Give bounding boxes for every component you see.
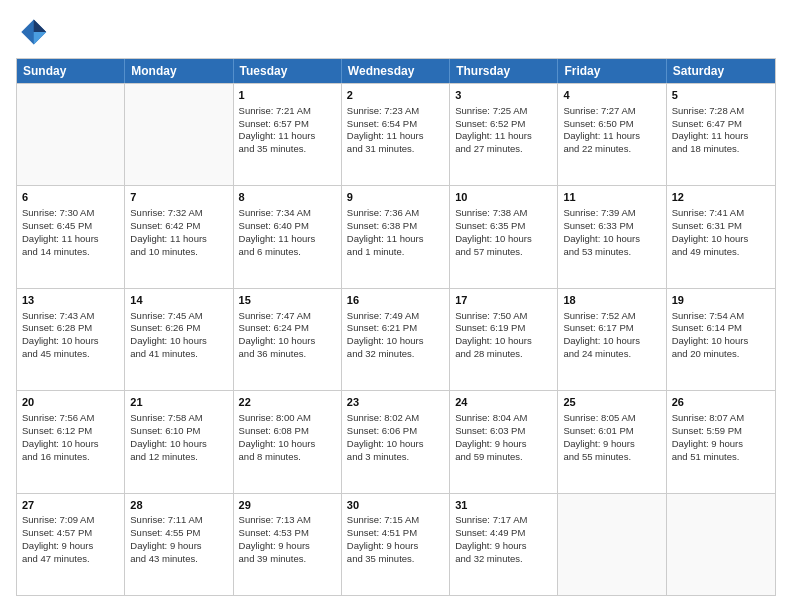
day-number: 1 [239, 88, 336, 103]
day-info-line: Daylight: 10 hours [672, 233, 770, 246]
day-info-line: Sunrise: 7:50 AM [455, 310, 552, 323]
day-number: 3 [455, 88, 552, 103]
cal-cell: 7Sunrise: 7:32 AMSunset: 6:42 PMDaylight… [125, 186, 233, 287]
cal-cell: 10Sunrise: 7:38 AMSunset: 6:35 PMDayligh… [450, 186, 558, 287]
day-info-line: Daylight: 10 hours [455, 335, 552, 348]
day-info-line: and 45 minutes. [22, 348, 119, 361]
day-info-line: Sunrise: 8:00 AM [239, 412, 336, 425]
day-info-line: and 43 minutes. [130, 553, 227, 566]
day-info-line: Sunrise: 7:56 AM [22, 412, 119, 425]
cal-cell: 8Sunrise: 7:34 AMSunset: 6:40 PMDaylight… [234, 186, 342, 287]
day-info-line: and 1 minute. [347, 246, 444, 259]
week-row-1: 1Sunrise: 7:21 AMSunset: 6:57 PMDaylight… [17, 83, 775, 185]
cal-cell [17, 84, 125, 185]
day-number: 16 [347, 293, 444, 308]
day-info-line: Daylight: 9 hours [455, 540, 552, 553]
day-number: 18 [563, 293, 660, 308]
day-info-line: Sunset: 6:21 PM [347, 322, 444, 335]
day-number: 25 [563, 395, 660, 410]
cal-cell: 18Sunrise: 7:52 AMSunset: 6:17 PMDayligh… [558, 289, 666, 390]
day-info-line: and 55 minutes. [563, 451, 660, 464]
day-info-line: Sunrise: 7:36 AM [347, 207, 444, 220]
cal-cell: 22Sunrise: 8:00 AMSunset: 6:08 PMDayligh… [234, 391, 342, 492]
day-info-line: Daylight: 11 hours [672, 130, 770, 143]
day-info-line: Sunrise: 7:45 AM [130, 310, 227, 323]
day-info-line: Sunset: 6:42 PM [130, 220, 227, 233]
day-number: 19 [672, 293, 770, 308]
day-info-line: Sunset: 6:33 PM [563, 220, 660, 233]
day-info-line: Sunset: 6:38 PM [347, 220, 444, 233]
cal-cell: 4Sunrise: 7:27 AMSunset: 6:50 PMDaylight… [558, 84, 666, 185]
day-info-line: Sunrise: 7:27 AM [563, 105, 660, 118]
day-info-line: Daylight: 11 hours [22, 233, 119, 246]
day-info-line: Sunset: 6:06 PM [347, 425, 444, 438]
day-info-line: and 16 minutes. [22, 451, 119, 464]
day-info-line: Sunrise: 7:23 AM [347, 105, 444, 118]
day-number: 23 [347, 395, 444, 410]
cal-cell [125, 84, 233, 185]
day-info-line: Sunrise: 7:54 AM [672, 310, 770, 323]
day-info-line: and 10 minutes. [130, 246, 227, 259]
cal-cell: 30Sunrise: 7:15 AMSunset: 4:51 PMDayligh… [342, 494, 450, 595]
cal-cell: 25Sunrise: 8:05 AMSunset: 6:01 PMDayligh… [558, 391, 666, 492]
day-info-line: Sunset: 6:35 PM [455, 220, 552, 233]
day-info-line: Daylight: 11 hours [239, 130, 336, 143]
day-info-line: Sunset: 6:03 PM [455, 425, 552, 438]
header [16, 16, 776, 48]
day-number: 30 [347, 498, 444, 513]
day-info-line: Sunrise: 8:05 AM [563, 412, 660, 425]
day-info-line: Sunrise: 7:15 AM [347, 514, 444, 527]
cal-cell: 2Sunrise: 7:23 AMSunset: 6:54 PMDaylight… [342, 84, 450, 185]
day-info-line: Sunrise: 7:17 AM [455, 514, 552, 527]
day-info-line: Sunset: 6:47 PM [672, 118, 770, 131]
day-info-line: and 59 minutes. [455, 451, 552, 464]
day-info-line: and 47 minutes. [22, 553, 119, 566]
cal-cell: 27Sunrise: 7:09 AMSunset: 4:57 PMDayligh… [17, 494, 125, 595]
day-info-line: Daylight: 10 hours [563, 233, 660, 246]
day-number: 26 [672, 395, 770, 410]
day-number: 7 [130, 190, 227, 205]
cal-cell: 15Sunrise: 7:47 AMSunset: 6:24 PMDayligh… [234, 289, 342, 390]
cal-cell: 26Sunrise: 8:07 AMSunset: 5:59 PMDayligh… [667, 391, 775, 492]
cal-cell: 19Sunrise: 7:54 AMSunset: 6:14 PMDayligh… [667, 289, 775, 390]
day-info-line: Sunset: 6:24 PM [239, 322, 336, 335]
day-info-line: Daylight: 9 hours [130, 540, 227, 553]
day-info-line: Daylight: 11 hours [455, 130, 552, 143]
cal-cell: 13Sunrise: 7:43 AMSunset: 6:28 PMDayligh… [17, 289, 125, 390]
day-info-line: Daylight: 11 hours [347, 130, 444, 143]
day-number: 4 [563, 88, 660, 103]
day-header-sunday: Sunday [17, 59, 125, 83]
day-info-line: and 32 minutes. [455, 553, 552, 566]
day-info-line: and 32 minutes. [347, 348, 444, 361]
day-info-line: Sunrise: 7:38 AM [455, 207, 552, 220]
day-info-line: Daylight: 10 hours [239, 438, 336, 451]
day-info-line: Daylight: 10 hours [130, 335, 227, 348]
day-info-line: Sunrise: 8:02 AM [347, 412, 444, 425]
day-info-line: and 8 minutes. [239, 451, 336, 464]
week-row-2: 6Sunrise: 7:30 AMSunset: 6:45 PMDaylight… [17, 185, 775, 287]
day-info-line: Sunrise: 7:34 AM [239, 207, 336, 220]
day-info-line: Sunrise: 7:58 AM [130, 412, 227, 425]
cal-cell: 11Sunrise: 7:39 AMSunset: 6:33 PMDayligh… [558, 186, 666, 287]
cal-cell: 6Sunrise: 7:30 AMSunset: 6:45 PMDaylight… [17, 186, 125, 287]
day-info-line: Sunset: 4:53 PM [239, 527, 336, 540]
cal-cell: 23Sunrise: 8:02 AMSunset: 6:06 PMDayligh… [342, 391, 450, 492]
week-row-5: 27Sunrise: 7:09 AMSunset: 4:57 PMDayligh… [17, 493, 775, 595]
day-info-line: and 28 minutes. [455, 348, 552, 361]
day-info-line: Sunrise: 7:13 AM [239, 514, 336, 527]
day-number: 27 [22, 498, 119, 513]
day-info-line: Sunset: 6:01 PM [563, 425, 660, 438]
day-info-line: Daylight: 10 hours [672, 335, 770, 348]
day-info-line: Daylight: 10 hours [130, 438, 227, 451]
cal-cell: 14Sunrise: 7:45 AMSunset: 6:26 PMDayligh… [125, 289, 233, 390]
day-info-line: Sunset: 6:52 PM [455, 118, 552, 131]
day-info-line: Daylight: 10 hours [455, 233, 552, 246]
week-row-4: 20Sunrise: 7:56 AMSunset: 6:12 PMDayligh… [17, 390, 775, 492]
day-header-wednesday: Wednesday [342, 59, 450, 83]
day-info-line: Sunrise: 7:39 AM [563, 207, 660, 220]
day-header-thursday: Thursday [450, 59, 558, 83]
day-info-line: Daylight: 9 hours [563, 438, 660, 451]
cal-cell: 1Sunrise: 7:21 AMSunset: 6:57 PMDaylight… [234, 84, 342, 185]
day-info-line: Sunrise: 7:47 AM [239, 310, 336, 323]
day-number: 10 [455, 190, 552, 205]
